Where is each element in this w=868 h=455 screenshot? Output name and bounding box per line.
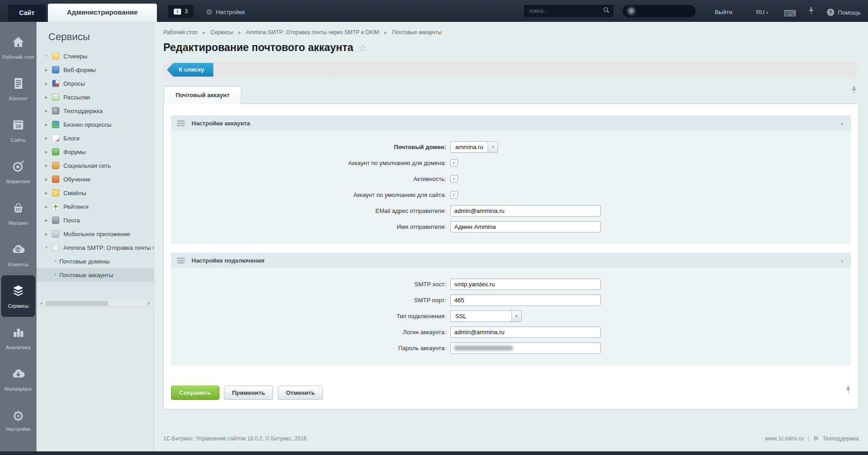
smtp-host-input[interactable] [450, 279, 601, 290]
save-button[interactable]: Сохранить [171, 386, 219, 400]
mail-domain-select[interactable]: ammina.ru ▾ [450, 141, 498, 153]
rail-item-desktop[interactable]: Рабочий стол [1, 26, 35, 68]
collapse-arrow-icon[interactable]: ▴ [841, 258, 845, 264]
expand-arrow-icon[interactable]: ▶ [42, 218, 50, 222]
expand-arrow-icon[interactable]: ▶ [42, 191, 50, 195]
menu-item-icon [52, 230, 59, 238]
scrollbar-thumb[interactable] [46, 301, 108, 306]
buttons-pin-icon[interactable] [845, 386, 851, 395]
expand-arrow-icon[interactable]: ▶ [42, 82, 50, 86]
sidebar-item[interactable]: ▶ Мобильное приложение [36, 227, 154, 241]
rail-item-sites[interactable]: 24 Сайты [1, 109, 35, 151]
sidebar-item[interactable]: ▶ Рассылки [36, 90, 154, 104]
rail-item-clients[interactable]: 24 Клиенты [1, 234, 35, 275]
expand-arrow-icon[interactable]: ▶ [42, 109, 50, 113]
logout-link[interactable]: Выйти [715, 9, 733, 16]
topbar-pin-icon[interactable] [808, 7, 814, 16]
search-icon[interactable] [603, 7, 609, 15]
expand-arrow-icon[interactable]: ▼ [42, 246, 50, 250]
expand-arrow-icon[interactable]: ▶ [42, 205, 50, 209]
tab-site[interactable]: Сайт [8, 5, 46, 22]
sidebar-item[interactable]: ▶ Обучение [36, 172, 154, 186]
hotkeys-keyboard-icon[interactable]: ⌨ [784, 10, 796, 17]
connection-type-select[interactable]: SSL ▾ [450, 310, 522, 322]
rail-item-marketplace[interactable]: Marketplace [1, 358, 35, 400]
field-row-connection-type: Тип подключения: SSL ▾ [171, 310, 851, 322]
scroll-right-arrow[interactable]: › [146, 300, 152, 306]
top-bar: Сайт Администрирование i 3 ⚙ Настройки В… [0, 0, 868, 22]
rail-item-analytics[interactable]: Аналитика [1, 317, 35, 358]
expand-arrow-icon[interactable]: • [52, 272, 59, 278]
account-login-input[interactable] [450, 326, 601, 338]
sidebar-item[interactable]: ▶ Техподдержка [36, 104, 154, 118]
sidebar-item[interactable]: ▶ Веб-формы [36, 63, 154, 77]
sidebar-item[interactable]: • Почтовые аккаунты [36, 268, 154, 282]
account-password-input[interactable] [450, 342, 601, 354]
sidebar-item[interactable]: ▶ Блоги [36, 131, 154, 145]
active-checkbox[interactable]: ✓ [450, 175, 458, 183]
sidebar-item-label: Стикеры [63, 53, 87, 60]
default-for-site-checkbox[interactable]: ✓ [450, 191, 458, 199]
sidebar-item[interactable]: ▶ Рейтинги [36, 200, 154, 213]
drag-handle-icon[interactable] [177, 120, 185, 126]
breadcrumb-item[interactable]: Сервисы [210, 29, 233, 36]
menu-item-icon [52, 121, 59, 128]
expand-arrow-icon[interactable]: ▶ [42, 232, 50, 236]
sidebar-item[interactable]: ▶ Форумы [36, 145, 154, 159]
menu-item-icon [52, 217, 59, 224]
section-header[interactable]: Настройки аккаунта ▴ [171, 115, 851, 131]
expand-arrow-icon[interactable]: ▶ [42, 136, 50, 140]
default-for-domain-checkbox[interactable]: ✓ [450, 159, 458, 167]
footer-site-link[interactable]: www.1c-bitrix.ru [765, 435, 804, 442]
search-input[interactable] [528, 7, 603, 15]
settings-gear-icon: ⚙ [12, 409, 25, 423]
tab-admin-active[interactable]: Администрирование [48, 4, 157, 22]
collapse-arrow-icon[interactable]: ▴ [841, 120, 845, 126]
clients-cloud-icon: 24 [11, 242, 26, 259]
scroll-left-arrow[interactable]: ‹ [38, 300, 45, 306]
smtp-port-input[interactable] [450, 295, 601, 306]
rail-item-settings[interactable]: ⚙ Настройки [1, 400, 35, 441]
favorite-star-icon[interactable]: ☆ [358, 42, 366, 53]
sidebar-item[interactable]: • Стикеры [36, 49, 154, 63]
rail-item-content[interactable]: Контент [1, 68, 35, 109]
expand-arrow-icon[interactable]: ▶ [42, 150, 50, 154]
sidebar-item[interactable]: ▶ Смайлы [36, 186, 154, 200]
help-button[interactable]: ? Помощь [827, 9, 861, 16]
tabs-pin-icon[interactable] [851, 86, 857, 95]
expand-arrow-icon[interactable]: ▶ [42, 177, 50, 181]
expand-arrow-icon[interactable]: ▶ [42, 95, 50, 99]
footer-support-link[interactable]: Техподдержка [822, 435, 859, 442]
topbar-settings-button[interactable]: ⚙ Настройки [206, 9, 245, 16]
section-header[interactable]: Настройки подключения ▴ [171, 253, 851, 268]
back-to-list-button[interactable]: К списку [167, 63, 213, 77]
scrollbar-track[interactable] [45, 300, 146, 306]
cancel-button[interactable]: Отменить [278, 386, 323, 400]
sidebar-item[interactable]: ▶ Опросы [36, 77, 154, 90]
apply-button[interactable]: Применить [224, 386, 273, 400]
language-dropdown[interactable]: RU ▾ [756, 9, 768, 16]
sidebar-item[interactable]: ▶ Социальная сеть [36, 159, 154, 172]
expand-arrow-icon[interactable]: ▶ [42, 164, 50, 168]
breadcrumb-item[interactable]: Рабочий стол [163, 29, 198, 36]
user-name-blurred[interactable] [623, 5, 696, 17]
rail-item-services[interactable]: Сервисы [1, 275, 35, 317]
notifications-badge[interactable]: i 3 [168, 5, 193, 18]
sidebar-item[interactable]: • Почтовые домены [36, 254, 154, 268]
sender-name-input[interactable] [450, 221, 601, 233]
expand-arrow-icon[interactable]: • [52, 258, 59, 264]
sidebar-item[interactable]: ▼ Ammina SMTP: Отправка почты ч [36, 241, 154, 254]
expand-arrow-icon[interactable]: • [42, 53, 50, 59]
tab-mail-account[interactable]: Почтовый аккаунт [164, 86, 241, 104]
breadcrumb-item[interactable]: Почтовые аккаунты [392, 29, 442, 36]
rail-item-shop[interactable]: Магазин [1, 192, 35, 234]
menu-item-icon [52, 93, 59, 101]
drag-handle-icon[interactable] [177, 258, 185, 264]
sidebar-item[interactable]: ▶ Бизнес-процессы [36, 118, 154, 131]
sender-email-input[interactable] [450, 205, 601, 217]
expand-arrow-icon[interactable]: ▶ [42, 68, 50, 72]
rail-item-marketing[interactable]: Маркетинг [1, 151, 35, 192]
sidebar-item[interactable]: ▶ Почта [36, 213, 154, 227]
expand-arrow-icon[interactable]: ▶ [42, 123, 50, 127]
breadcrumb-item[interactable]: Ammina SMTP: Отправка почты через SMTP и… [246, 29, 379, 36]
